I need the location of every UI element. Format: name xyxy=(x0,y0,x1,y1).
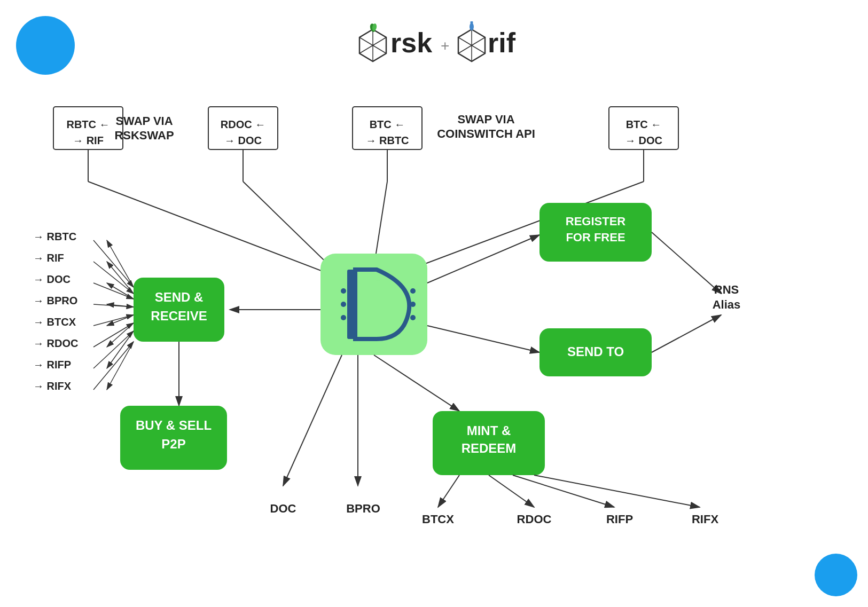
svg-text:SWAP VIA: SWAP VIA xyxy=(457,113,514,126)
svg-line-52 xyxy=(93,315,134,326)
svg-text:REGISTER: REGISTER xyxy=(566,215,626,228)
svg-text:SEND TO: SEND TO xyxy=(567,344,624,359)
svg-line-53 xyxy=(93,323,134,347)
svg-text:REDEEM: REDEEM xyxy=(462,441,517,455)
svg-text:RNS: RNS xyxy=(714,283,739,296)
svg-point-76 xyxy=(341,315,346,320)
svg-text:RBTC ←: RBTC ← xyxy=(66,119,110,130)
svg-text:→ RDOC: → RDOC xyxy=(33,337,78,349)
svg-line-100 xyxy=(534,475,700,507)
svg-text:RDOC: RDOC xyxy=(517,513,552,526)
svg-line-88 xyxy=(652,232,721,294)
svg-line-57 xyxy=(107,262,134,294)
svg-text:BPRO: BPRO xyxy=(346,502,380,515)
svg-text:rsk: rsk xyxy=(390,27,432,58)
svg-text:→ BTCX: → BTCX xyxy=(33,316,76,328)
svg-point-78 xyxy=(410,302,416,307)
svg-text:→ RIFP: → RIFP xyxy=(33,359,71,370)
svg-point-75 xyxy=(341,302,346,307)
svg-text:→ RBTC: → RBTC xyxy=(365,135,409,146)
svg-rect-73 xyxy=(347,270,357,339)
svg-line-48 xyxy=(93,240,134,287)
svg-text:RECEIVE: RECEIVE xyxy=(151,309,207,323)
svg-text:rif: rif xyxy=(488,27,516,58)
svg-line-50 xyxy=(93,283,134,299)
blue-circle-top-left xyxy=(16,16,75,75)
svg-text:Alias: Alias xyxy=(713,298,741,311)
svg-text:FOR FREE: FOR FREE xyxy=(566,231,625,244)
header-logo: rsk + rif xyxy=(349,21,520,69)
svg-text:COINSWITCH API: COINSWITCH API xyxy=(437,127,535,140)
svg-line-54 xyxy=(93,331,134,368)
svg-text:RIFP: RIFP xyxy=(606,513,633,526)
svg-line-49 xyxy=(93,262,134,294)
svg-line-91 xyxy=(652,315,721,352)
svg-line-63 xyxy=(107,342,134,390)
svg-line-97 xyxy=(438,475,459,507)
svg-text:BTC ←: BTC ← xyxy=(626,119,662,130)
svg-text:→ RBTC: → RBTC xyxy=(33,231,76,242)
svg-line-82 xyxy=(374,355,459,411)
svg-text:BTCX: BTCX xyxy=(422,513,454,526)
svg-line-60 xyxy=(107,315,134,326)
svg-text:P2P: P2P xyxy=(161,437,185,451)
svg-text:→ DOC: → DOC xyxy=(33,273,71,285)
svg-text:BTC ←: BTC ← xyxy=(370,119,405,130)
svg-text:RDOC ←: RDOC ← xyxy=(221,119,265,130)
svg-text:DOC: DOC xyxy=(270,502,296,515)
svg-text:RIFX: RIFX xyxy=(692,513,718,526)
svg-text:SEND &: SEND & xyxy=(155,290,204,304)
svg-line-81 xyxy=(427,326,539,352)
svg-text:→ RIF: → RIF xyxy=(73,135,104,146)
svg-text:→ DOC: → DOC xyxy=(224,135,262,146)
svg-point-77 xyxy=(410,288,416,294)
svg-line-83 xyxy=(283,355,342,486)
svg-text:MINT &: MINT & xyxy=(467,423,511,438)
svg-text:→ BPRO: → BPRO xyxy=(33,295,77,306)
diagram-svg: RBTC ← → RIF RDOC ← → DOC SWAP VIA RSKSW… xyxy=(0,85,868,593)
svg-text:BUY & SELL: BUY & SELL xyxy=(136,418,212,432)
svg-point-74 xyxy=(341,288,346,294)
svg-text:+: + xyxy=(441,37,449,54)
svg-text:→ RIFX: → RIFX xyxy=(33,380,72,392)
svg-text:→ RIF: → RIF xyxy=(33,252,64,264)
svg-text:→ DOC: → DOC xyxy=(625,135,662,146)
svg-line-56 xyxy=(107,240,134,287)
svg-point-79 xyxy=(410,315,416,320)
svg-line-55 xyxy=(93,342,134,390)
svg-line-58 xyxy=(107,283,134,299)
svg-text:SWAP VIA: SWAP VIA xyxy=(115,114,173,128)
svg-line-33 xyxy=(88,182,339,278)
svg-text:RSKSWAP: RSKSWAP xyxy=(114,129,174,142)
